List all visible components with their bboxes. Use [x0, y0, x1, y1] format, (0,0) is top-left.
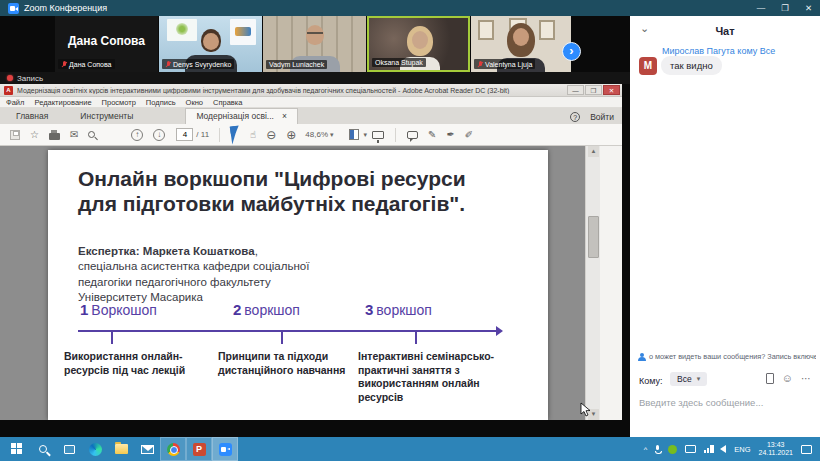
previous-page-icon[interactable]: ↑ — [131, 129, 143, 141]
chat-panel: ⌄ Чат Мирослав Пагута кому Все M так вид… — [630, 16, 820, 437]
email-icon[interactable]: ✉ — [70, 130, 78, 140]
recording-indicator: Запись — [0, 72, 630, 84]
page-number-input[interactable] — [176, 128, 193, 141]
emoji-icon[interactable]: ☺ — [782, 373, 793, 384]
save-icon[interactable] — [10, 130, 20, 140]
page-view-icon[interactable] — [349, 129, 359, 140]
acrobat-app-icon: A — [4, 86, 13, 95]
mic-muted-icon — [477, 60, 483, 68]
acrobat-minimize-button[interactable]: — — [567, 85, 584, 95]
timeline-tick — [111, 332, 113, 344]
mail-icon[interactable] — [134, 437, 160, 461]
notification-center-icon[interactable] — [801, 445, 812, 454]
participant-display-name: Дана Сопова — [55, 34, 158, 48]
tray-keyboard-icon[interactable] — [685, 445, 696, 453]
taskbar-search-icon[interactable] — [30, 437, 56, 461]
tray-app-icon[interactable] — [668, 445, 677, 454]
glasses — [307, 32, 323, 34]
menu-help[interactable]: Справка — [213, 98, 242, 107]
page-count-label: / 11 — [196, 130, 209, 139]
mic-muted-icon — [165, 60, 171, 68]
restore-button[interactable]: ❐ — [781, 3, 789, 13]
mouse-cursor — [580, 402, 591, 417]
print-icon[interactable] — [49, 133, 60, 140]
chat-message-input[interactable] — [639, 397, 811, 408]
zoom-caret-icon[interactable]: ▾ — [330, 131, 334, 139]
menu-edit[interactable]: Редактирование — [34, 98, 91, 107]
language-indicator[interactable]: ENG — [734, 445, 750, 454]
background-poster — [167, 19, 197, 41]
next-participants-button[interactable]: › — [562, 42, 581, 61]
sign-in-button[interactable]: Войти — [590, 112, 614, 122]
fill-sign-icon[interactable]: ✒ — [446, 130, 454, 140]
file-explorer-icon[interactable] — [108, 437, 134, 461]
scrollbar-thumb[interactable] — [588, 216, 599, 258]
participant-name-label: Valentyna Ljuja — [485, 61, 532, 68]
minimize-button[interactable]: — — [757, 3, 766, 13]
zoom-taskbar-icon[interactable] — [212, 437, 238, 461]
timeline-desc-3: Інтерактивні семінарсько-практичні занят… — [358, 350, 500, 405]
zoom-level-value[interactable]: 48,6% — [305, 130, 328, 139]
acrobat-close-button[interactable]: ✕ — [603, 85, 620, 95]
desktop: Zoom Конференция — ❐ ✕ Дана Сопова Дана … — [0, 0, 820, 461]
timeline-heading-2: 2воркшоп — [233, 301, 300, 318]
menu-sign[interactable]: Подпись — [146, 98, 176, 107]
chat-recipient-select[interactable]: Все ▾ — [670, 372, 707, 386]
vertical-scrollbar[interactable]: ▲ ▼ — [585, 146, 600, 420]
chat-more-icon[interactable]: ⋯ — [801, 373, 811, 384]
star-icon[interactable]: ☆ — [30, 130, 39, 140]
menu-view[interactable]: Просмотр — [102, 98, 136, 107]
presentation-mode-icon[interactable] — [372, 131, 384, 139]
tab-close-icon[interactable]: × — [282, 111, 287, 121]
tab-home[interactable]: Главная — [0, 109, 64, 124]
video-tile-vadym-luniachek[interactable]: Vadym Luniachek — [263, 16, 366, 72]
tray-mic-icon[interactable] — [655, 445, 660, 453]
task-view-icon[interactable] — [56, 437, 82, 461]
chat-message-sender: Мирослав Пагута кому Все — [662, 46, 775, 56]
close-button[interactable]: ✕ — [805, 3, 812, 13]
mic-muted-icon — [61, 60, 67, 68]
page-view-caret-icon[interactable]: ▾ — [364, 131, 368, 139]
search-icon[interactable] — [88, 131, 95, 138]
acrobat-tabbar: Главная Инструменты Модернізація осві...… — [0, 108, 622, 124]
help-icon[interactable]: ? — [570, 112, 580, 122]
zoom-window-titlebar: Zoom Конференция — ❐ ✕ — [0, 0, 820, 16]
start-button[interactable] — [4, 437, 30, 461]
participant-name-label: Vadym Luniachek — [269, 61, 324, 68]
powerpoint-icon[interactable]: P — [186, 437, 212, 461]
picture-frame — [478, 20, 494, 40]
hand-tool-icon[interactable]: ☝ — [250, 130, 256, 140]
select-tool-icon[interactable] — [230, 125, 241, 144]
attach-file-icon[interactable] — [766, 373, 774, 384]
video-tile-valentyna-ljuja[interactable]: Valentyna Ljuja — [471, 16, 571, 72]
video-tile-dana-sopova[interactable]: Дана Сопова Дана Сопова — [55, 16, 158, 72]
chat-visibility-note: о может видеть ваши сообщения? Запись вк… — [638, 352, 816, 361]
menu-file[interactable]: Файл — [6, 98, 24, 107]
scroll-up-icon[interactable]: ▲ — [588, 146, 599, 157]
next-page-icon[interactable]: ↓ — [153, 129, 165, 141]
zoom-out-icon[interactable]: ⊖ — [266, 130, 276, 140]
tab-tools[interactable]: Инструменты — [64, 109, 149, 124]
timeline-arrow — [78, 330, 496, 332]
menu-window[interactable]: Окно — [186, 98, 203, 107]
volume-icon[interactable] — [720, 445, 726, 453]
tab-document[interactable]: Модернізація осві... × — [185, 108, 298, 124]
stamp-icon[interactable]: ✐ — [465, 130, 473, 140]
edge-icon[interactable] — [82, 437, 108, 461]
clock[interactable]: 13:43 24.11.2021 — [758, 441, 793, 458]
timeline-tick — [281, 332, 283, 344]
comment-icon[interactable] — [407, 131, 418, 139]
video-tile-denys-svyrydenko[interactable]: Denys Svyrydenko — [159, 16, 262, 72]
participant-name-label: Denys Svyrydenko — [173, 61, 231, 68]
acrobat-restore-button[interactable]: ❐ — [585, 85, 602, 95]
tray-chevron-icon[interactable]: ^ — [644, 445, 648, 454]
chrome-icon[interactable] — [160, 437, 186, 461]
slide-expert-text: Експертка: Маркета Кошаткова, спеціальна… — [78, 244, 320, 305]
acrobat-window-title: Модернізація освітніх курсів інтерактивн… — [17, 87, 563, 94]
timeline-heading-1: 1Воркошоп — [80, 301, 157, 318]
chat-to-label: Кому: — [639, 376, 663, 386]
zoom-in-icon[interactable]: ⊕ — [286, 130, 296, 140]
pencil-icon[interactable]: ✎ — [428, 130, 436, 140]
chat-message-text: так видно — [661, 56, 722, 75]
video-tile-oksana-stupak[interactable]: Oksana Stupak — [367, 16, 470, 72]
